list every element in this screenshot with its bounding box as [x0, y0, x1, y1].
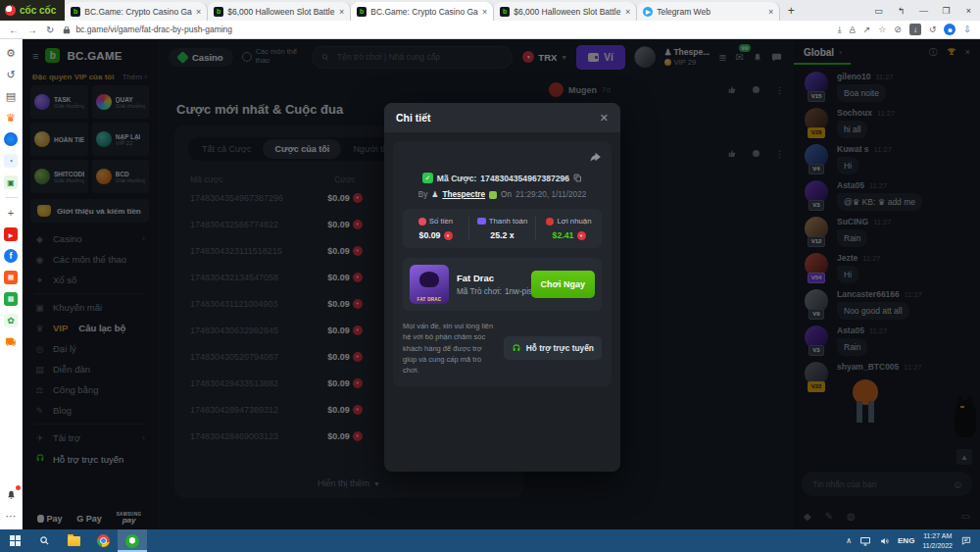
windows-logo-icon — [10, 535, 21, 546]
address-bar[interactable]: bc.game/vi/game/fat-drac-by-push-gaming — [63, 25, 828, 34]
browser-tab-1[interactable]: b BC.Game: Crypto Casino Gan × — [65, 2, 208, 21]
modal-header: Chi tiết ✕ — [384, 103, 620, 132]
browser-tab-2[interactable]: b $6,000 Halloween Slot Battle × — [208, 2, 351, 21]
coccoc-icon — [125, 534, 139, 548]
save-page-icon[interactable]: ⤓ — [838, 25, 842, 35]
browser-profile-icon[interactable]: ☻ — [944, 24, 956, 35]
bcgame-favicon: b — [500, 7, 510, 17]
bookmark-star-icon[interactable]: ☆ — [878, 25, 886, 34]
sync-icon[interactable]: ↺ — [929, 25, 937, 34]
windows-taskbar: ∧ ENG 11:27 AM 11/2/2022 — [0, 529, 980, 552]
game-card: FAT DRAC Fat Drac Mã Trò chơi:1nw-piscv5… — [403, 258, 602, 311]
cast-icon[interactable]: ▭ — [867, 6, 890, 16]
downloads-icon[interactable]: ↓ — [909, 24, 921, 35]
history-icon[interactable]: ↺ — [4, 68, 18, 81]
taskbar-clock[interactable]: 11:27 AM 11/2/2022 — [922, 531, 953, 549]
browser-tab-3-active[interactable]: b BC.Game: Crypto Casino Gan × — [351, 2, 494, 21]
notification-bell-icon[interactable] — [4, 487, 18, 501]
telegram-favicon: ▶ — [643, 7, 653, 17]
volume-icon[interactable] — [879, 536, 890, 546]
weather-app-icon[interactable]: ◔ — [4, 154, 18, 168]
games-icon[interactable]: ▣ — [4, 176, 18, 189]
game-name: Fat Drac — [457, 273, 523, 283]
back-icon[interactable]: ← — [9, 25, 19, 35]
stat-profit: Lợi nhuận $2.41▼ — [535, 217, 602, 240]
url-text: bc.game/vi/game/fat-drac-by-push-gaming — [75, 25, 232, 34]
language-indicator[interactable]: ENG — [898, 536, 914, 545]
close-button[interactable]: × — [957, 6, 980, 16]
network-icon[interactable] — [859, 536, 871, 546]
trx-coin-icon: ▼ — [577, 231, 586, 240]
youtube-icon[interactable]: ▶ — [4, 227, 18, 241]
bcgame-favicon: b — [357, 7, 367, 17]
profit-icon — [546, 218, 554, 226]
folder-icon — [68, 536, 80, 546]
modal-title: Chi tiết — [396, 112, 431, 124]
trx-coin-icon: ▼ — [444, 231, 453, 240]
minimize-button[interactable]: — — [912, 6, 935, 16]
add-shortcut-icon[interactable]: + — [4, 206, 18, 220]
restore-button[interactable]: ❐ — [935, 6, 957, 16]
file-explorer-button[interactable] — [59, 529, 88, 552]
modal-close-icon[interactable]: ✕ — [600, 112, 609, 125]
tab-title: BC.Game: Crypto Casino Gan — [84, 7, 192, 17]
lock-icon — [63, 25, 71, 34]
stat-amount: Số tiền $0.09▼ — [403, 217, 468, 240]
coccoc-mascot-icon — [5, 5, 16, 16]
bet-owner-link[interactable]: Thespectre — [442, 190, 485, 199]
translate-icon[interactable]: A̲ — [850, 25, 856, 34]
tab-close-icon[interactable]: × — [625, 7, 630, 17]
pop-out-icon[interactable]: ↰ — [890, 6, 912, 16]
taskbar-search-button[interactable] — [29, 529, 59, 552]
forward-icon[interactable]: → — [27, 25, 37, 35]
gift-app-icon[interactable]: ▩ — [4, 292, 18, 306]
bet-stats: Số tiền $0.09▼ Thanh toán 25.2 x Lợi nhu… — [403, 209, 602, 248]
settings-gear-icon[interactable]: ⚙ — [4, 46, 18, 60]
share-icon[interactable]: ↗ — [863, 25, 871, 34]
tab-close-icon[interactable]: × — [196, 7, 201, 17]
facebook-icon[interactable]: f — [4, 249, 18, 263]
cart-app-icon[interactable]: ⛟ — [4, 335, 18, 349]
action-center-icon[interactable] — [960, 535, 972, 546]
sidebar-more-icon[interactable]: ⋯ — [4, 509, 18, 523]
hot-trends-crown-icon[interactable]: ♛ — [4, 111, 18, 125]
promo-app-icon[interactable]: ✿ — [4, 314, 18, 327]
reload-icon[interactable]: ↻ — [46, 25, 54, 35]
tab-close-icon[interactable]: × — [768, 7, 773, 17]
tab-close-icon[interactable]: × — [339, 7, 344, 17]
bet-id-value: 1748304354967387296 — [480, 174, 569, 183]
amount-icon — [418, 218, 426, 226]
share-arrow-icon[interactable] — [589, 151, 602, 164]
search-icon — [39, 535, 50, 546]
start-button[interactable] — [0, 529, 29, 552]
support-note: Mọi vấn đề, xin vui lòng liên hệ với bộ … — [403, 321, 496, 376]
user-rank-icon: ♟ — [431, 190, 438, 199]
coccoc-browser-menu[interactable]: cốc cốc — [0, 0, 65, 21]
messenger-icon[interactable] — [4, 132, 18, 146]
coccoc-button-active[interactable] — [118, 529, 147, 552]
bet-details-modal: Chi tiết ✕ ✓ Mã Cược: 174830435496738729… — [384, 103, 620, 472]
download-tray-icon[interactable]: ⇩ — [963, 25, 971, 34]
stat-payout: Thanh toán 25.2 x — [468, 217, 535, 240]
live-support-button[interactable]: Hỗ trợ trực tuyến — [504, 336, 602, 360]
coccoc-brand-label: cốc cốc — [20, 5, 56, 16]
adblock-shield-icon[interactable]: ⊘ — [894, 25, 902, 34]
copy-icon[interactable] — [573, 174, 582, 182]
user-emote-badge — [489, 191, 497, 199]
reading-list-icon[interactable]: ▤ — [4, 89, 18, 103]
new-tab-button[interactable]: + — [780, 4, 802, 21]
bcgame-favicon: b — [71, 7, 80, 17]
tab-close-icon[interactable]: × — [482, 7, 487, 17]
tray-expand-icon[interactable]: ∧ — [846, 536, 852, 545]
play-now-button[interactable]: Chơi Ngay — [531, 271, 595, 298]
game-thumbnail[interactable]: FAT DRAC — [410, 265, 449, 304]
browser-tab-4[interactable]: b $6,000 Halloween Slot Battle × — [494, 2, 637, 21]
browser-tab-5[interactable]: ▶ Telegram Web × — [637, 2, 780, 21]
toolbar-actions: ⤓ A̲ ↗ ☆ ⊘ ↓ ↺ ☻ ⇩ — [838, 24, 971, 35]
bcgame-favicon: b — [214, 7, 223, 17]
taskbar-tray: ∧ ENG 11:27 AM 11/2/2022 — [838, 529, 980, 552]
chrome-button[interactable] — [88, 529, 118, 552]
headset-icon — [512, 343, 521, 353]
shopping-app-icon[interactable]: ▦ — [4, 271, 18, 284]
bet-datetime: 21:29:20, 1/11/2022 — [515, 190, 586, 199]
